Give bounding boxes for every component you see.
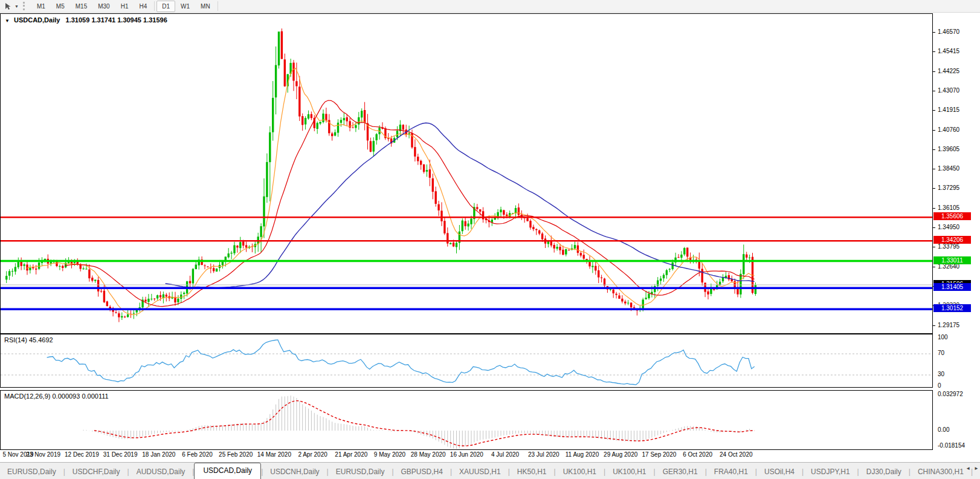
timeframe-button-h1[interactable]: H1 <box>115 1 134 12</box>
macd-tick-label: 0.00 <box>938 426 949 433</box>
chart-header: ▼ USDCAD,Daily 1.31059 1.31741 1.30945 1… <box>5 16 167 24</box>
symbol-tab-bar: EURUSD,Daily|USDCHF,Daily|AUDUSD,Daily|U… <box>0 462 980 479</box>
price-tick-label: 1.44225 <box>938 68 959 74</box>
date-label: 16 Jun 2020 <box>450 451 483 458</box>
timeframe-button-w1[interactable]: W1 <box>175 1 195 12</box>
symbol-tab-eurusd-0[interactable]: EURUSD,Daily <box>0 464 63 479</box>
price-tick-mark <box>933 227 935 228</box>
price-tick-label: 1.38450 <box>938 165 959 172</box>
date-label: 25 Feb 2020 <box>219 451 253 458</box>
price-tick-mark <box>933 51 935 52</box>
symbol-tab-usdchf-1[interactable]: USDCHF,Daily <box>65 464 127 479</box>
price-badge: 1.33011 <box>933 256 971 264</box>
price-tick-label: 1.43070 <box>938 87 959 94</box>
cursor-tool-icon[interactable] <box>1 1 15 11</box>
date-label: 4 Jul 2020 <box>491 451 519 458</box>
date-label: 24 Oct 2020 <box>720 451 752 458</box>
price-badge: 1.34206 <box>933 236 971 244</box>
price-tick-label: 1.36105 <box>938 204 959 211</box>
timeframe-button-h4[interactable]: H4 <box>134 1 152 12</box>
macd-label: MACD(12,26,9) 0.000093 0.000111 <box>4 393 109 400</box>
tab-scroll-left-icon[interactable]: ◄ <box>965 466 970 471</box>
price-tick-mark <box>933 267 935 267</box>
macd-tick-label: 0.032972 <box>938 391 963 397</box>
macd-tick-label: -0.018154 <box>938 442 965 449</box>
symbol-tab-usoil-13[interactable]: USOil,H4 <box>757 464 802 479</box>
price-badge: 1.35606 <box>933 212 971 220</box>
symbol-tab-usdcad-3[interactable]: USDCAD,Daily <box>194 463 261 479</box>
chart-collapse-icon[interactable]: ▼ <box>5 18 10 24</box>
price-tick-label: 1.37295 <box>938 184 959 191</box>
rsi-plot <box>1 334 932 387</box>
rsi-indicator-panel[interactable]: RSI(14) 45.4692 <box>0 334 933 388</box>
symbol-tab-xauusd-7[interactable]: XAUUSD,H1 <box>452 464 508 479</box>
rsi-tick-label: 30 <box>938 371 944 377</box>
price-tick-label: 1.40760 <box>938 126 959 133</box>
macd-plot <box>1 391 932 449</box>
price-tick-label: 1.41915 <box>938 106 959 113</box>
price-tick-mark <box>933 110 935 111</box>
main-chart-panel[interactable]: ▼ USDCAD,Daily 1.31059 1.31741 1.30945 1… <box>0 13 933 334</box>
timeframe-button-d1[interactable]: D1 <box>156 1 175 12</box>
timeframe-button-m5[interactable]: M5 <box>51 1 70 12</box>
timeframe-button-mn[interactable]: MN <box>195 1 216 12</box>
rsi-label: RSI(14) 45.4692 <box>4 336 53 344</box>
price-tick-mark <box>933 32 935 33</box>
candlestick-chart[interactable] <box>1 14 932 333</box>
timeframe-button-m15[interactable]: M15 <box>70 1 92 12</box>
macd-indicator-panel[interactable]: MACD(12,26,9) 0.000093 0.000111 <box>0 390 933 450</box>
price-axis[interactable]: 1.465701.454151.442251.430701.419151.407… <box>933 13 980 450</box>
tab-scroll-right-icon[interactable]: ► <box>974 466 979 471</box>
symbol-tab-uk100-9[interactable]: UK100,H1 <box>556 464 604 479</box>
date-label: 21 Apr 2020 <box>335 451 367 458</box>
date-label: 14 Mar 2020 <box>257 451 291 458</box>
date-label: 31 Dec 2019 <box>103 451 138 458</box>
rsi-tick-label: 70 <box>938 350 944 356</box>
date-label: 6 Feb 2020 <box>182 451 213 458</box>
date-label: 2 Apr 2020 <box>298 451 327 458</box>
price-tick-mark <box>933 188 935 189</box>
timeframe-buttons-group: M1M5M15M30H1H4D1W1MN <box>31 1 220 12</box>
date-label: 23 Nov 2019 <box>26 451 60 458</box>
date-label: 23 Jul 2020 <box>528 451 559 458</box>
rsi-tick-label: 0 <box>938 382 941 389</box>
symbol-tab-usdjpy-14[interactable]: USDJPY,H1 <box>804 464 857 479</box>
toolbar-grip-handle[interactable] <box>23 2 28 10</box>
mt4-application-window: ▼ M1M5M15M30H1H4D1W1MN ▼ USDCAD,Daily 1.… <box>0 0 980 479</box>
symbol-tab-ger30-11[interactable]: GER30,H1 <box>656 464 705 479</box>
rsi-tick-label: 100 <box>938 334 948 341</box>
price-tick-mark <box>933 325 935 326</box>
price-tick-label: 1.39605 <box>938 146 959 152</box>
symbol-tab-eurusd-5[interactable]: EURUSD,Daily <box>329 464 392 479</box>
toolbar-dropdown-caret-icon[interactable]: ▼ <box>15 4 19 8</box>
symbol-tab-fra40-12[interactable]: FRA40,H1 <box>707 464 755 479</box>
toolbar-separator <box>218 1 218 11</box>
symbol-tab-dj30-15[interactable]: DJ30,Daily <box>859 464 909 479</box>
symbol-tab-usdcnh-4[interactable]: USDCNH,Daily <box>263 464 326 479</box>
date-axis[interactable]: 5 Nov 201923 Nov 201912 Dec 201931 Dec 2… <box>0 451 933 461</box>
chart-ohlc-values: 1.31059 1.31741 1.30945 1.31596 <box>66 16 167 24</box>
symbol-tab-audusd-2[interactable]: AUDUSD,Daily <box>129 464 193 479</box>
price-tick-label: 1.34950 <box>938 224 959 230</box>
date-label: 17 Sep 2020 <box>642 451 677 458</box>
tab-scroll-controls: ◄ ► <box>965 466 979 471</box>
symbol-tab-china300-16[interactable]: CHINA300,H1 <box>911 464 971 479</box>
chart-title: USDCAD,Daily <box>14 16 60 24</box>
symbol-tab-gbpusd-6[interactable]: GBPUSD,H4 <box>394 464 450 479</box>
price-badge: 1.31405 <box>933 283 971 291</box>
price-tick-mark <box>933 91 935 91</box>
timeframes-toolbar: ▼ M1M5M15M30H1H4D1W1MN <box>0 0 980 13</box>
price-tick-mark <box>933 71 935 72</box>
timeframe-button-m30[interactable]: M30 <box>92 1 115 12</box>
timeframe-button-m1[interactable]: M1 <box>31 1 51 12</box>
toolbar-separator <box>154 1 155 11</box>
price-tick-mark <box>933 247 935 247</box>
date-label: 18 Jan 2020 <box>142 451 175 458</box>
price-tick-label: 1.45415 <box>938 48 959 54</box>
price-tick-label: 1.46570 <box>938 28 959 35</box>
symbol-tab-hk50-8[interactable]: HK50,H1 <box>510 464 554 479</box>
date-label: 29 Aug 2020 <box>604 451 637 458</box>
price-tick-mark <box>933 169 935 169</box>
symbol-tab-uk100-10[interactable]: UK100,H1 <box>605 464 653 479</box>
price-tick-label: 1.33795 <box>938 243 959 250</box>
